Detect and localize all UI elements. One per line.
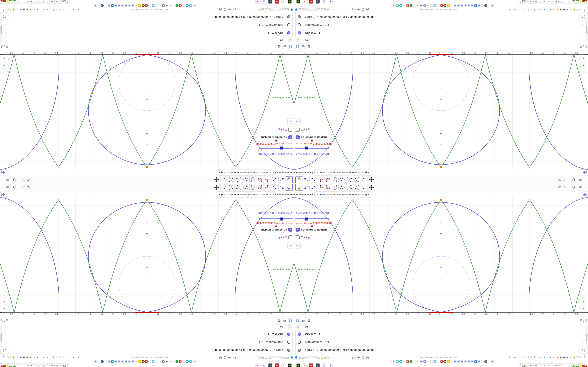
address-icon[interactable]: ⚙ bbox=[540, 8, 542, 11]
favicon[interactable]: G bbox=[155, 4, 158, 7]
favicon[interactable]: G bbox=[450, 360, 453, 363]
favicon[interactable]: ▦ bbox=[142, 360, 145, 363]
extension-globe-icon[interactable]: ⊕ bbox=[287, 8, 289, 11]
stylebar-kebab-icon[interactable]: ⋮ bbox=[314, 44, 317, 48]
tool-polygon[interactable] bbox=[257, 176, 264, 183]
address-icon[interactable]: ⚒ bbox=[10, 8, 12, 11]
tool-line[interactable] bbox=[310, 176, 317, 183]
app-icon-firefox[interactable]: ● bbox=[281, 0, 285, 3]
extension-hook-icon[interactable]: ∩ bbox=[308, 8, 311, 11]
extension-globe-icon[interactable]: ⊕ bbox=[258, 356, 261, 359]
visibility-marble[interactable] bbox=[298, 333, 301, 336]
favicon[interactable]: ● bbox=[111, 4, 114, 7]
favicon[interactable]: G bbox=[182, 360, 185, 363]
extension-globe-icon[interactable]: ⊕ bbox=[280, 356, 283, 359]
tree-view-icon[interactable] bbox=[295, 44, 300, 49]
fx-icon[interactable]: ƒx bbox=[282, 318, 287, 323]
visibility-marble[interactable] bbox=[287, 15, 290, 18]
app-icon-terminal[interactable]: ▣ bbox=[288, 0, 292, 3]
favicon[interactable]: ▦ bbox=[142, 4, 145, 7]
favicon[interactable]: ❋ bbox=[108, 4, 111, 7]
address-icon[interactable]: ◍ bbox=[17, 8, 18, 11]
address-icon[interactable]: ⚙ bbox=[579, 8, 581, 11]
zoom-level[interactable]: 81% bbox=[509, 9, 513, 11]
app-icon-purple-app[interactable]: ◉ bbox=[329, 0, 332, 3]
chevron-up-icon[interactable]: ^ bbox=[3, 360, 4, 363]
zoom-search-icon[interactable] bbox=[12, 177, 17, 182]
function-input[interactable]: 1.000000000000 + cos(4.000000000000 x) ▼ bbox=[217, 192, 273, 197]
favicon[interactable]: ❋ bbox=[118, 4, 121, 7]
tool-point[interactable]: A bbox=[279, 184, 285, 191]
favicon[interactable]: G bbox=[192, 360, 196, 363]
address-icon[interactable]: ☝ bbox=[12, 356, 15, 359]
algebra-row-funcs[interactable]: funcs = {1.000000000000 + cos(4.00000000… bbox=[0, 13, 294, 21]
curvature-tangent-checkbox[interactable]: ✓ bbox=[288, 228, 292, 232]
favicon[interactable]: ◉ bbox=[399, 360, 402, 363]
graphics-view[interactable]: -2.4-2.2-2-1.8-1.6-1.4-1.2-1-0.8-0.6-0.4… bbox=[0, 198, 294, 317]
favicon[interactable]: G bbox=[426, 360, 429, 363]
favicon[interactable]: G bbox=[389, 4, 392, 7]
graphics-stylebar-toggle[interactable] bbox=[0, 170, 9, 176]
favicon[interactable]: Я bbox=[406, 4, 409, 7]
address-icon[interactable]: ⬟ bbox=[566, 8, 568, 11]
favicon[interactable]: G bbox=[481, 360, 484, 363]
tool-conic[interactable] bbox=[339, 176, 346, 183]
address-icon[interactable]: → bbox=[65, 8, 67, 11]
algebra-row-curves[interactable]: curves = {} ⋮ bbox=[0, 29, 294, 37]
tool-perpendicular[interactable] bbox=[264, 176, 271, 183]
extension-gear-icon[interactable]: ⚙ bbox=[261, 8, 264, 11]
arc-length-slider[interactable] bbox=[295, 218, 329, 219]
collapse-button[interactable]: − bbox=[296, 38, 300, 42]
app-icon-terminal[interactable]: ▣ bbox=[296, 364, 300, 367]
extension-hook-icon[interactable]: ∩ bbox=[274, 356, 277, 359]
address-icon[interactable]: ↺ bbox=[547, 8, 549, 11]
address-icon[interactable]: ⬟ bbox=[566, 356, 568, 359]
fullscreen-button[interactable] bbox=[1, 347, 9, 355]
favicon[interactable]: G bbox=[159, 360, 162, 363]
favicon[interactable]: V bbox=[409, 4, 413, 7]
row-kebab-icon[interactable]: ⋮ bbox=[4, 23, 7, 27]
shield-icon[interactable] bbox=[223, 7, 227, 11]
address-icon[interactable]: ⚙ bbox=[7, 8, 9, 11]
favicon[interactable]: W bbox=[165, 360, 168, 363]
extension-wrench-icon[interactable]: ⚒ bbox=[268, 8, 270, 11]
tool-polygon[interactable] bbox=[324, 176, 331, 183]
address-icon[interactable]: ✎ bbox=[530, 356, 532, 359]
tool-perpendicular[interactable] bbox=[264, 184, 271, 191]
visibility-marble[interactable] bbox=[287, 349, 290, 352]
collapse-button[interactable]: − bbox=[288, 325, 292, 329]
visibility-marble[interactable] bbox=[298, 341, 301, 344]
favicon[interactable]: G bbox=[104, 360, 107, 363]
arc-position-knob[interactable] bbox=[275, 225, 277, 227]
favicon[interactable]: ⚙ bbox=[484, 4, 487, 7]
redo-icon[interactable]: ↷ bbox=[22, 178, 25, 182]
address-icon[interactable]: ⟳ bbox=[524, 356, 526, 359]
address-icon[interactable]: ☆ bbox=[69, 8, 71, 11]
favicon[interactable]: G bbox=[430, 4, 433, 7]
app-icon-floppy-64[interactable]: ▤ bbox=[322, 0, 326, 3]
folder-icon[interactable] bbox=[232, 7, 236, 11]
tool-move-view[interactable] bbox=[368, 184, 375, 191]
favicon[interactable]: Я bbox=[179, 360, 182, 363]
arc-position-knob[interactable] bbox=[311, 140, 313, 142]
favicon[interactable]: W bbox=[420, 4, 423, 7]
tool-line[interactable] bbox=[271, 184, 278, 191]
tracing-checkbox[interactable] bbox=[296, 128, 300, 132]
address-icon[interactable]: ⊕ bbox=[543, 356, 545, 359]
favicon[interactable]: ❋ bbox=[460, 360, 463, 363]
extension-firefox-icon[interactable]: ● bbox=[265, 356, 268, 359]
tool-circle-center-point[interactable] bbox=[332, 176, 339, 183]
tool-point[interactable]: A bbox=[303, 184, 310, 191]
pin-icon[interactable] bbox=[295, 356, 298, 360]
app-icon-monitor[interactable]: ▣ bbox=[316, 364, 320, 367]
traced-point[interactable] bbox=[146, 166, 148, 168]
favicon[interactable]: ❋ bbox=[477, 4, 480, 7]
undo-icon[interactable]: ↶ bbox=[27, 185, 30, 189]
tool-circle-center-point[interactable] bbox=[250, 176, 257, 183]
tool-move[interactable] bbox=[286, 176, 293, 183]
favicon[interactable]: ◆ bbox=[138, 4, 141, 7]
favicon[interactable]: G bbox=[196, 4, 199, 7]
address-icon[interactable]: ☝ bbox=[573, 8, 576, 11]
favicon[interactable]: ❋ bbox=[457, 360, 460, 363]
back-arrow-icon[interactable] bbox=[228, 7, 231, 11]
